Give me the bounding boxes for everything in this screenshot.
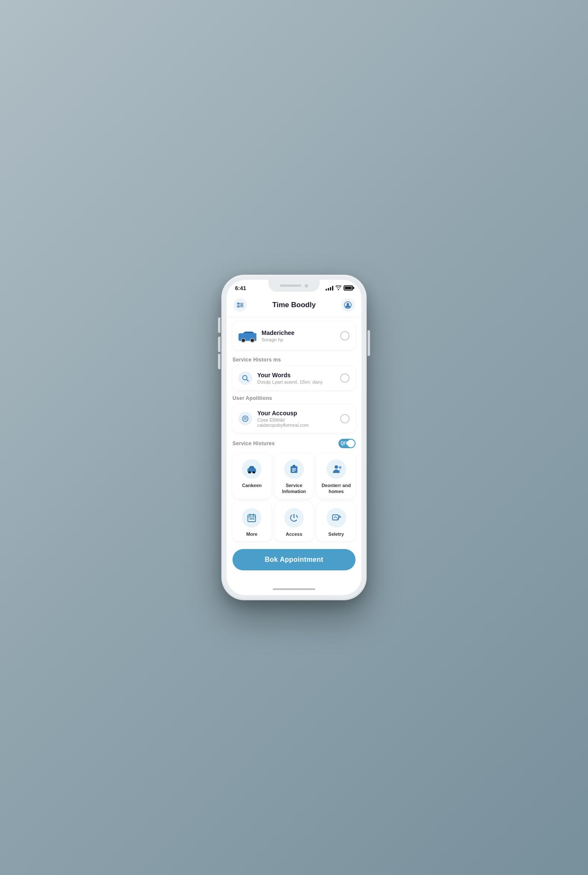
search-icon-wrap	[238, 371, 252, 385]
svg-line-9	[247, 379, 248, 381]
home-bar	[273, 588, 315, 590]
user-applications-section: User Apolitions Your Accousp Cose El0thi…	[226, 394, 362, 437]
grid-item-access[interactable]: Access	[275, 502, 314, 541]
book-button-wrap: Bok Appointment	[226, 546, 362, 576]
account-icon-wrap	[238, 412, 252, 426]
service-info-label: Service Infomation	[278, 482, 310, 495]
dealer-label: Deonterr and homes	[320, 482, 352, 495]
phone-screen: 6:41	[226, 280, 362, 596]
user-applications-label: User Apolitions	[232, 395, 356, 401]
access-label: Access	[286, 531, 303, 537]
notch	[268, 280, 320, 292]
grid-item-seletry[interactable]: Seletry	[317, 502, 356, 541]
settings-button[interactable]	[233, 298, 247, 312]
your-words-info: Your Words Dosdp Lpart avarel. 18xn: dan…	[257, 372, 335, 385]
power-icon	[289, 513, 299, 523]
people-icon	[331, 464, 342, 474]
service-info-icon	[284, 459, 304, 479]
car-image-wrap	[238, 327, 256, 345]
grid-item-dealer[interactable]: Deonterr and homes	[317, 453, 356, 499]
features-grid: Cankeen Service Infomation	[226, 453, 362, 546]
svg-rect-28	[251, 518, 253, 520]
car-icon	[247, 465, 257, 473]
svg-line-33	[334, 517, 335, 518]
your-words-radio[interactable]	[340, 373, 350, 383]
your-words-subtitle: Dosdp Lpart avarel. 18xn: dany	[257, 379, 335, 385]
grid-item-cankeen[interactable]: Cankeen	[232, 453, 271, 499]
account-subtitle: Cose El0thikl caideropobylformral.com	[257, 417, 335, 428]
svg-point-10	[243, 416, 248, 421]
toggle-knob	[347, 440, 355, 447]
service-history-label: Service Histors ms	[232, 357, 356, 363]
dealer-icon	[326, 459, 346, 479]
svg-rect-16	[291, 466, 297, 473]
app-header: Time Boodly	[226, 294, 362, 317]
your-words-title: Your Words	[257, 372, 335, 379]
car-image	[238, 329, 256, 343]
status-icons	[326, 285, 353, 291]
svg-rect-17	[293, 465, 295, 467]
vehicle-name: Maderichee	[262, 329, 335, 336]
vehicle-radio[interactable]	[340, 331, 350, 341]
svg-rect-27	[250, 518, 251, 520]
cankeen-label: Cankeen	[242, 482, 262, 488]
service-features-label: Service Histures	[232, 440, 275, 446]
speaker	[280, 285, 301, 287]
user-icon	[344, 301, 352, 309]
clipboard-icon	[289, 464, 299, 474]
grid-item-more[interactable]: More	[232, 502, 271, 541]
vehicle-section: Maderichee Soragn hp	[226, 317, 362, 356]
account-title: Your Accousp	[257, 410, 335, 417]
seletry-label: Seletry	[328, 531, 344, 537]
grid-item-service-info[interactable]: Service Infomation	[275, 453, 314, 499]
toggle-switch[interactable]: QIY	[338, 439, 356, 448]
svg-line-34	[335, 517, 337, 518]
status-bar: 6:41	[226, 280, 362, 294]
vehicle-info: Maderichee Soragn hp	[262, 329, 335, 342]
your-words-card[interactable]: Your Words Dosdp Lpart avarel. 18xn: dan…	[232, 366, 356, 390]
more-label: More	[246, 531, 257, 537]
signal-icon	[326, 285, 333, 291]
seletry-icon	[326, 508, 346, 528]
app-title: Time Boodly	[272, 301, 316, 309]
svg-rect-29	[253, 518, 254, 520]
account-card[interactable]: Your Accousp Cose El0thikl caideropobylf…	[232, 405, 356, 433]
svg-point-21	[335, 465, 338, 469]
calendar-icon	[247, 513, 256, 523]
vehicle-subtitle: Soragn hp	[262, 337, 335, 342]
battery-icon	[344, 285, 353, 291]
phone-frame: 6:41	[221, 275, 367, 601]
sliders-icon	[237, 302, 244, 308]
home-indicator	[226, 585, 362, 595]
svg-line-35	[338, 517, 340, 519]
more-icon	[242, 508, 262, 528]
cankeen-icon	[242, 459, 262, 479]
account-icon	[242, 415, 249, 422]
wifi-icon	[335, 285, 341, 291]
camera	[305, 284, 308, 288]
status-time: 6:41	[235, 285, 246, 291]
service-features-section: Service Histures QIY	[226, 437, 362, 453]
vehicle-card[interactable]: Maderichee Soragn hp	[232, 322, 356, 350]
book-appointment-button[interactable]: Bok Appointment	[232, 549, 356, 570]
service-history-section: Service Histors ms Your Words Dosdp Lpar…	[226, 356, 362, 394]
service-features-header: Service Histures QIY	[232, 439, 356, 448]
search-icon	[242, 375, 249, 382]
access-icon	[284, 508, 304, 528]
user-profile-button[interactable]	[341, 298, 355, 312]
svg-point-22	[339, 466, 341, 469]
image-edit-icon	[332, 513, 341, 523]
account-info: Your Accousp Cose El0thikl caideropobylf…	[257, 410, 335, 428]
app-content: Time Boodly	[226, 294, 362, 585]
account-radio[interactable]	[340, 414, 350, 423]
